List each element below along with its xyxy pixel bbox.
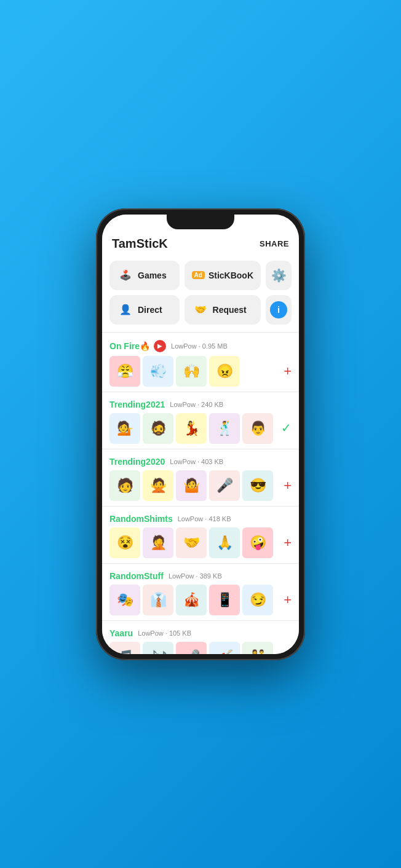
- pack-row: Trending2021LowPow · 240 KB💁🧔💃🕺👨✓: [102, 395, 299, 446]
- stickbook-label: SticKBooK: [208, 270, 253, 280]
- stickbook-button[interactable]: Ad SticKBooK: [185, 261, 261, 290]
- sticker-thumb[interactable]: 🧔: [143, 413, 173, 444]
- info-icon: i: [270, 301, 287, 318]
- direct-icon: 👤: [117, 301, 134, 318]
- pack-added-check: ✓: [281, 421, 292, 435]
- sticker-thumb[interactable]: 🙅: [143, 470, 173, 501]
- sticker-thumb[interactable]: 🧑: [109, 470, 140, 501]
- sticker-thumb[interactable]: 📱: [209, 585, 240, 615]
- stickers-row: 😤💨🙌😠+: [109, 356, 292, 387]
- divider-pack-2: [102, 506, 299, 507]
- share-button[interactable]: SHARE: [260, 239, 289, 248]
- pack-meta: LowPow · 403 KB: [170, 458, 223, 465]
- pack-meta: LowPow · 240 KB: [170, 401, 223, 408]
- pack-row: YaaruLowPow · 105 KB🎵🎶🎤🎸👫+: [102, 623, 299, 654]
- sticker-thumb[interactable]: 😠: [209, 356, 240, 387]
- sticker-thumb[interactable]: 🤦: [143, 527, 173, 558]
- gear-icon: ⚙️: [271, 268, 287, 283]
- add-pack-button[interactable]: +: [284, 363, 292, 379]
- games-button[interactable]: 🕹️ Games: [109, 261, 180, 290]
- sticker-thumb[interactable]: 🤝: [176, 527, 207, 558]
- sticker-thumb[interactable]: 😎: [242, 470, 273, 501]
- pack-header: On Fire🔥▶LowPow · 0.95 MB: [109, 340, 292, 352]
- sticker-thumb[interactable]: 💨: [143, 356, 173, 387]
- add-pack-button[interactable]: +: [284, 478, 292, 493]
- pack-header: Trending2021LowPow · 240 KB: [109, 400, 292, 409]
- divider-pack-4: [102, 620, 299, 621]
- sticker-thumb[interactable]: 🎪: [176, 585, 207, 615]
- pack-action[interactable]: +: [284, 536, 292, 550]
- pack-row: Trending2020LowPow · 403 KB🧑🙅🤷🎤😎+: [102, 452, 299, 503]
- games-label: Games: [138, 270, 167, 280]
- pack-header: RandomStuffLowPow · 389 KB: [109, 571, 292, 581]
- sticker-thumb[interactable]: 🎵: [109, 642, 140, 654]
- stickers-row: 😵🤦🤝🙏🤪+: [109, 527, 292, 558]
- sticker-thumb[interactable]: 🎸: [209, 642, 240, 654]
- ad-badge: Ad: [192, 271, 205, 279]
- direct-button[interactable]: 👤 Direct: [109, 295, 180, 325]
- phone-frame: TamSticK SHARE 🕹️ Games Ad SticKBooK ⚙️: [96, 208, 305, 660]
- games-icon: 🕹️: [117, 267, 134, 284]
- sticker-thumb[interactable]: 😤: [109, 356, 140, 387]
- request-button[interactable]: 🤝 Request: [185, 295, 261, 325]
- sticker-thumb[interactable]: 🤷: [176, 470, 207, 501]
- direct-label: Direct: [138, 305, 162, 315]
- pack-title: Trending2021: [109, 400, 165, 409]
- sticker-thumb[interactable]: 🙌: [176, 356, 207, 387]
- pack-title: RandomStuff: [109, 571, 164, 581]
- add-pack-button[interactable]: +: [284, 535, 292, 550]
- stickers-row: 🎵🎶🎤🎸👫+: [109, 642, 292, 654]
- pack-meta: LowPow · 0.95 MB: [171, 342, 228, 350]
- sticker-thumb[interactable]: 😏: [242, 585, 273, 615]
- sticker-thumb[interactable]: 👫: [242, 642, 273, 654]
- sticker-thumb[interactable]: 🎭: [109, 585, 140, 615]
- sticker-thumb[interactable]: 💃: [176, 413, 207, 444]
- pack-action[interactable]: +: [284, 365, 292, 378]
- sticker-thumb[interactable]: 👨: [242, 413, 273, 444]
- settings-button[interactable]: ⚙️: [266, 261, 292, 290]
- sticker-thumb[interactable]: 🎶: [143, 642, 173, 654]
- stickers-row: 🧑🙅🤷🎤😎+: [109, 470, 292, 501]
- sticker-thumb[interactable]: 😵: [109, 527, 140, 558]
- pack-meta: LowPow · 105 KB: [138, 629, 191, 637]
- pack-meta: LowPow · 418 KB: [178, 515, 231, 523]
- sticker-thumb[interactable]: 🤪: [242, 527, 273, 558]
- screen-content: TamSticK SHARE 🕹️ Games Ad SticKBooK ⚙️: [102, 215, 299, 654]
- menu-grid: 🕹️ Games Ad SticKBooK ⚙️ 👤 Direct: [102, 256, 299, 329]
- pack-action[interactable]: +: [284, 479, 292, 492]
- packs-container: On Fire🔥▶LowPow · 0.95 MB😤💨🙌😠+Trending20…: [102, 335, 299, 654]
- pack-action[interactable]: ✓: [281, 422, 292, 435]
- play-icon[interactable]: ▶: [154, 340, 166, 352]
- sticker-thumb[interactable]: 🙏: [209, 527, 240, 558]
- pack-title: On Fire🔥: [109, 341, 150, 351]
- sticker-thumb[interactable]: 🎤: [209, 470, 240, 501]
- stickers-row: 🎭👔🎪📱😏+: [109, 585, 292, 615]
- stickers-row: 💁🧔💃🕺👨✓: [109, 413, 292, 444]
- pack-action[interactable]: +: [284, 650, 292, 654]
- pack-title: Yaaru: [109, 628, 133, 638]
- sticker-thumb[interactable]: 🕺: [209, 413, 240, 444]
- sticker-thumb[interactable]: 💁: [109, 413, 140, 444]
- add-pack-button[interactable]: +: [284, 592, 292, 607]
- pack-title: Trending2020: [109, 457, 165, 467]
- request-icon: 🤝: [192, 301, 209, 318]
- pack-action[interactable]: +: [284, 593, 292, 607]
- divider-pack-1: [102, 449, 299, 449]
- app-header: TamSticK SHARE: [102, 232, 299, 256]
- phone-notch: [167, 215, 234, 229]
- pack-header: YaaruLowPow · 105 KB: [109, 628, 292, 638]
- request-label: Request: [213, 305, 247, 315]
- info-button[interactable]: i: [266, 295, 292, 325]
- divider-pack-3: [102, 563, 299, 564]
- sticker-thumb[interactable]: 👔: [143, 585, 173, 615]
- add-pack-button[interactable]: +: [284, 649, 292, 654]
- divider-1: [102, 332, 299, 333]
- pack-row: On Fire🔥▶LowPow · 0.95 MB😤💨🙌😠+: [102, 335, 299, 389]
- pack-title: RandomShimts: [109, 514, 173, 524]
- pack-meta: LowPow · 389 KB: [169, 572, 222, 580]
- pack-row: RandomStuffLowPow · 389 KB🎭👔🎪📱😏+: [102, 566, 299, 618]
- divider-pack-0: [102, 392, 299, 392]
- sticker-thumb[interactable]: 🎤: [176, 642, 207, 654]
- phone-screen: TamSticK SHARE 🕹️ Games Ad SticKBooK ⚙️: [102, 215, 299, 654]
- pack-header: RandomShimtsLowPow · 418 KB: [109, 514, 292, 524]
